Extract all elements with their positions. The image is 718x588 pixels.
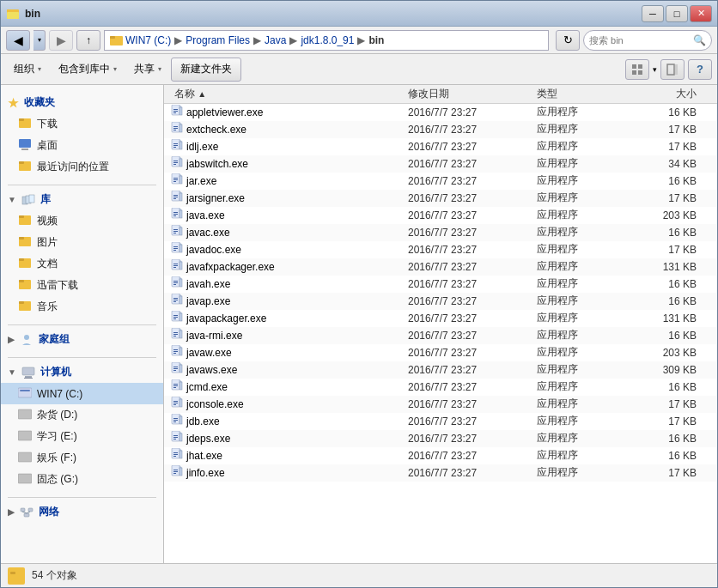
computer-label: 计算机 xyxy=(40,365,71,379)
file-size: 16 KB xyxy=(623,450,714,462)
share-button[interactable]: 共享 ▾ xyxy=(126,58,169,82)
star-icon: ★ xyxy=(8,96,19,110)
up-button[interactable]: ↑ xyxy=(76,30,100,51)
svg-rect-5 xyxy=(632,64,636,69)
svg-rect-47 xyxy=(180,107,182,115)
path-root[interactable]: WIN7 (C:) xyxy=(125,34,171,46)
search-icon[interactable]: 🔍 xyxy=(693,34,706,46)
search-box[interactable]: 🔍 xyxy=(583,30,712,51)
path-p4[interactable]: bin xyxy=(368,34,384,46)
svg-rect-65 xyxy=(180,159,182,167)
sidebar-item-recent[interactable]: 最近访问的位置 xyxy=(1,156,163,178)
sidebar-library-header[interactable]: ▼ 库 xyxy=(1,189,163,210)
sidebar-item-music[interactable]: 音乐 xyxy=(1,296,163,318)
svg-rect-2 xyxy=(7,12,19,19)
table-row[interactable]: jinfo.exe 2016/7/7 23:27 应用程序 17 KB xyxy=(164,464,717,482)
svg-rect-85 xyxy=(173,214,178,215)
file-name: javadoc.exe xyxy=(167,242,408,257)
table-row[interactable]: javapackager.exe 2016/7/7 23:27 应用程序 131… xyxy=(164,310,717,327)
status-count: 54 个对象 xyxy=(32,568,77,583)
sidebar-favorites-header[interactable]: ★ 收藏夹 xyxy=(1,92,163,113)
back-dropdown[interactable]: ▾ xyxy=(33,30,46,51)
table-row[interactable]: javah.exe 2016/7/7 23:27 应用程序 16 KB xyxy=(164,276,717,293)
sidebar-network-header[interactable]: ▶ 网络 xyxy=(1,501,163,523)
search-input[interactable] xyxy=(589,35,693,45)
sidebar-computer-section: ▼ 计算机 WIN7 (C:) xyxy=(1,361,163,490)
table-row[interactable]: javadoc.exe 2016/7/7 23:27 应用程序 17 KB xyxy=(164,241,717,258)
close-button[interactable]: ✕ xyxy=(690,5,712,22)
file-type: 应用程序 xyxy=(537,379,623,394)
new-folder-button[interactable]: 新建文件夹 xyxy=(171,58,241,82)
sidebar-homegroup-header[interactable]: ▶ 家庭组 xyxy=(1,329,163,350)
table-row[interactable]: jarsigner.exe 2016/7/7 23:27 应用程序 17 KB xyxy=(164,190,717,207)
table-row[interactable]: jhat.exe 2016/7/7 23:27 应用程序 16 KB xyxy=(164,447,717,464)
sidebar-item-drive-f[interactable]: 娱乐 (F:) xyxy=(1,447,163,469)
svg-rect-108 xyxy=(173,281,178,282)
col-date-header[interactable]: 修改日期 xyxy=(408,87,537,101)
view-dropdown-arrow[interactable]: ▾ xyxy=(653,65,657,74)
table-row[interactable]: java-rmi.exe 2016/7/7 23:27 应用程序 16 KB xyxy=(164,327,717,344)
path-p2[interactable]: Java xyxy=(265,34,286,46)
thunder-label: 迅雷下载 xyxy=(37,278,78,293)
svg-rect-31 xyxy=(22,367,34,375)
svg-rect-19 xyxy=(29,195,34,203)
table-row[interactable]: jdb.exe 2016/7/7 23:27 应用程序 17 KB xyxy=(164,413,717,430)
path-p3[interactable]: jdk1.8.0_91 xyxy=(301,34,354,46)
svg-rect-163 xyxy=(173,437,178,438)
table-row[interactable]: idlj.exe 2016/7/7 23:27 应用程序 17 KB xyxy=(164,138,717,155)
svg-rect-59 xyxy=(180,142,182,149)
table-row[interactable]: java.exe 2016/7/7 23:27 应用程序 203 KB xyxy=(164,207,717,224)
sidebar-item-download[interactable]: 下载 xyxy=(1,113,163,135)
table-row[interactable]: javafxpackager.exe 2016/7/7 23:27 应用程序 1… xyxy=(164,258,717,276)
maximize-button[interactable]: □ xyxy=(666,5,688,22)
svg-rect-107 xyxy=(180,279,182,287)
col-type-header[interactable]: 类型 xyxy=(537,87,623,101)
sidebar-item-drive-g[interactable]: 固态 (G:) xyxy=(1,469,163,490)
table-row[interactable]: jar.exe 2016/7/7 23:27 应用程序 16 KB xyxy=(164,173,717,190)
file-date: 2016/7/7 23:27 xyxy=(408,209,537,221)
sidebar-item-picture[interactable]: 图片 xyxy=(1,232,163,253)
svg-rect-133 xyxy=(173,351,178,352)
path-p1[interactable]: Program Files xyxy=(186,34,250,46)
back-button[interactable]: ◀ xyxy=(6,30,30,51)
favorites-label: 收藏夹 xyxy=(24,95,55,110)
minimize-button[interactable]: ─ xyxy=(642,5,664,22)
table-row[interactable]: javac.exe 2016/7/7 23:27 应用程序 16 KB xyxy=(164,224,717,241)
file-type: 应用程序 xyxy=(537,208,623,222)
table-row[interactable]: javaw.exe 2016/7/7 23:27 应用程序 203 KB xyxy=(164,344,717,361)
table-row[interactable]: extcheck.exe 2016/7/7 23:27 应用程序 17 KB xyxy=(164,121,717,138)
table-row[interactable]: javaws.exe 2016/7/7 23:27 应用程序 309 KB xyxy=(164,361,717,379)
file-date: 2016/7/7 23:27 xyxy=(408,347,537,359)
sidebar-item-document[interactable]: 文档 xyxy=(1,253,163,275)
file-date: 2016/7/7 23:27 xyxy=(408,227,537,239)
sidebar-item-drive-d[interactable]: 杂货 (D:) xyxy=(1,404,163,426)
preview-pane-button[interactable] xyxy=(660,59,685,80)
svg-rect-101 xyxy=(180,262,182,270)
col-name-header[interactable]: 名称 ▲ xyxy=(167,87,408,101)
exe-icon xyxy=(171,414,183,428)
sidebar-computer-header[interactable]: ▼ 计算机 xyxy=(1,361,163,383)
sidebar-item-thunder[interactable]: 迅雷下载 xyxy=(1,275,163,296)
table-row[interactable]: jdeps.exe 2016/7/7 23:27 应用程序 16 KB xyxy=(164,430,717,447)
table-row[interactable]: jconsole.exe 2016/7/7 23:27 应用程序 17 KB xyxy=(164,396,717,413)
refresh-button[interactable]: ↻ xyxy=(556,30,580,51)
view-options-button[interactable] xyxy=(625,59,649,80)
organize-button[interactable]: 组织 ▾ xyxy=(6,58,49,82)
exe-icon xyxy=(171,448,183,463)
include-library-button[interactable]: 包含到库中 ▾ xyxy=(51,58,125,82)
table-row[interactable]: jabswitch.exe 2016/7/7 23:27 应用程序 34 KB xyxy=(164,155,717,173)
svg-rect-8 xyxy=(638,70,642,75)
table-row[interactable]: appletviewer.exe 2016/7/7 23:27 应用程序 16 … xyxy=(164,104,717,121)
svg-rect-103 xyxy=(173,265,178,266)
sidebar-item-video[interactable]: 视频 xyxy=(1,210,163,232)
file-list[interactable]: appletviewer.exe 2016/7/7 23:27 应用程序 16 … xyxy=(164,104,717,563)
help-button[interactable]: ? xyxy=(688,59,712,80)
sidebar-item-desktop[interactable]: 桌面 xyxy=(1,135,163,156)
sidebar-item-drive-c[interactable]: WIN7 (C:) xyxy=(1,383,163,404)
file-type: 应用程序 xyxy=(537,225,623,239)
sidebar-item-drive-e[interactable]: 学习 (E:) xyxy=(1,426,163,447)
table-row[interactable]: javap.exe 2016/7/7 23:27 应用程序 16 KB xyxy=(164,293,717,310)
col-size-header[interactable]: 大小 xyxy=(623,87,714,101)
table-row[interactable]: jcmd.exe 2016/7/7 23:27 应用程序 16 KB xyxy=(164,379,717,396)
forward-button[interactable]: ▶ xyxy=(49,30,73,51)
